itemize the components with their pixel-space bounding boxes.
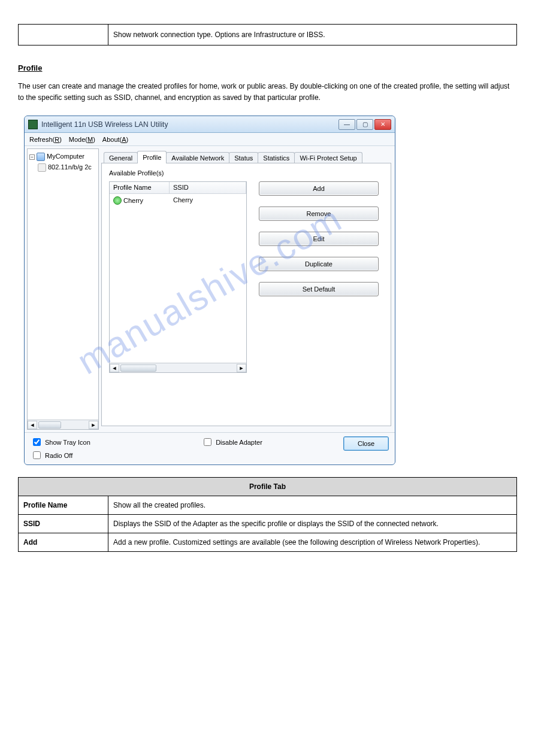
row-val: Show all the created profiles. — [108, 496, 516, 514]
profile-tab-panel: Available Profile(s) Profile Name SSID — [101, 163, 391, 426]
profiles-listbox[interactable]: Profile Name SSID Cherry — [109, 181, 247, 373]
available-profiles-label: Available Profile(s) — [109, 169, 385, 177]
section-heading-profile: Profile — [18, 63, 517, 72]
col-ssid[interactable]: SSID — [170, 182, 246, 193]
set-default-button[interactable]: Set Default — [259, 282, 379, 296]
list-header: Profile Name SSID — [110, 182, 246, 194]
tab-available-network[interactable]: Available Network — [166, 152, 229, 163]
network-type-desc: Show network connection type. Options ar… — [108, 25, 516, 45]
profile-doc-table: Profile Tab Profile Name Show all the cr… — [18, 477, 517, 552]
tab-statistics[interactable]: Statistics — [258, 152, 295, 163]
tree-collapse-icon[interactable]: − — [29, 154, 35, 160]
row-val: Displays the SSID of the Adapter as the … — [108, 515, 516, 533]
tree-scrollbar[interactable]: ◄ ► — [28, 420, 98, 429]
row-key: Profile Name — [19, 496, 108, 514]
duplicate-button[interactable]: Duplicate — [259, 257, 379, 271]
scroll-thumb[interactable] — [38, 421, 61, 429]
adapter-icon — [38, 163, 46, 172]
row-key: Add — [19, 533, 108, 551]
window-title: Intelligent 11n USB Wireless LAN Utility — [41, 120, 338, 129]
menu-bar: Refresh(R) Mode(M) About(A) — [25, 133, 395, 146]
network-type-label — [19, 25, 108, 45]
list-item[interactable]: Cherry Cherry — [110, 194, 246, 207]
row-key: SSID — [19, 515, 108, 533]
list-scroll-thumb[interactable] — [120, 365, 156, 372]
remove-button[interactable]: Remove — [259, 207, 379, 221]
network-type-row: Show network connection type. Options ar… — [18, 24, 517, 45]
row-ssid: Cherry — [170, 195, 246, 206]
disable-adapter-checkbox[interactable]: Disable Adapter — [201, 436, 262, 448]
menu-refresh[interactable]: Refresh(R) — [29, 136, 62, 143]
add-button[interactable]: Add — [259, 181, 379, 196]
edit-button[interactable]: Edit — [259, 232, 379, 246]
list-scrollbar[interactable]: ◄ ► — [110, 363, 246, 372]
tree-root-label: MyComputer — [47, 151, 84, 162]
scroll-left-icon[interactable]: ◄ — [28, 421, 37, 429]
profile-table-header: Profile Tab — [19, 478, 516, 496]
title-bar: Intelligent 11n USB Wireless LAN Utility… — [25, 116, 395, 133]
tree-root-mycomputer[interactable]: − MyComputer — [29, 151, 96, 162]
list-scroll-left-icon[interactable]: ◄ — [110, 364, 119, 372]
minimize-button[interactable]: — — [338, 119, 355, 130]
col-profile-name[interactable]: Profile Name — [110, 182, 170, 193]
signal-icon — [113, 196, 122, 205]
tab-profile[interactable]: Profile — [137, 151, 167, 163]
tab-general[interactable]: General — [104, 152, 138, 163]
show-tray-checkbox[interactable]: Show Tray Icon — [31, 436, 120, 448]
table-row: Profile Name Show all the created profil… — [19, 496, 516, 514]
list-scroll-right-icon[interactable]: ► — [237, 364, 246, 372]
window-close-button[interactable]: ✕ — [374, 119, 391, 130]
tree-adapter-label: 802.11n/b/g 2c — [48, 162, 92, 173]
tab-wps[interactable]: Wi-Fi Protect Setup — [294, 152, 362, 163]
close-button[interactable]: Close — [343, 436, 389, 451]
bottom-bar: Show Tray Icon Radio Off Disable Adapter… — [25, 432, 395, 464]
app-icon — [28, 120, 38, 129]
menu-about[interactable]: About(A) — [102, 136, 128, 143]
intro-paragraph: The user can create and manage the creat… — [18, 81, 517, 104]
app-window: Intelligent 11n USB Wireless LAN Utility… — [24, 116, 395, 465]
scroll-right-icon[interactable]: ► — [89, 421, 98, 429]
device-tree-pane: − MyComputer 802.11n/b/g 2c ◄ ► — [27, 148, 99, 430]
row-val: Add a new profile. Customized settings a… — [108, 533, 516, 551]
table-row: SSID Displays the SSID of the Adapter as… — [19, 514, 516, 533]
radio-off-checkbox[interactable]: Radio Off — [31, 450, 120, 461]
tree-adapter-item[interactable]: 802.11n/b/g 2c — [29, 162, 96, 173]
maximize-button[interactable]: ▢ — [356, 119, 373, 130]
tab-status[interactable]: Status — [229, 152, 258, 163]
row-profile-name: Cherry — [123, 197, 143, 204]
tab-strip: General Profile Available Network Status… — [101, 148, 391, 163]
computer-icon — [37, 153, 45, 161]
menu-mode[interactable]: Mode(M) — [69, 136, 95, 143]
table-row: Add Add a new profile. Customized settin… — [19, 533, 516, 551]
